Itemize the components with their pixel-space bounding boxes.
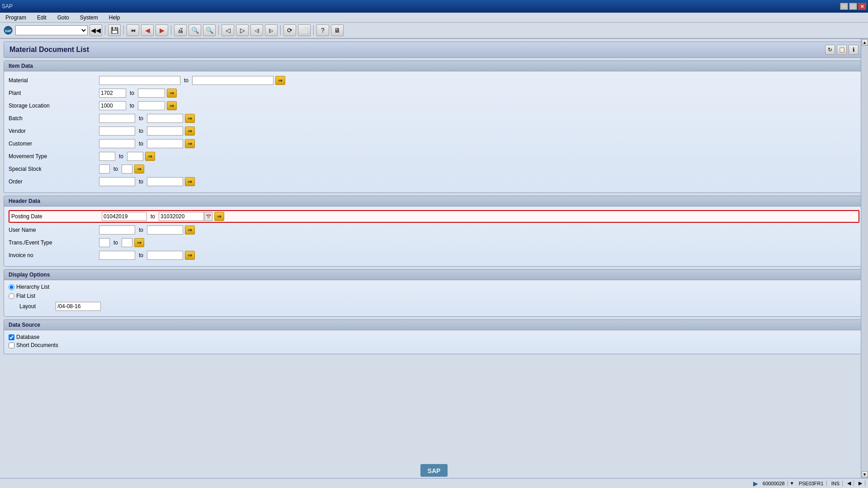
plant-from-input[interactable] (99, 89, 126, 98)
workstation-button[interactable]: 🖥 (331, 24, 344, 36)
calendar-icon[interactable]: 📅 (204, 212, 212, 221)
data-source-section: Data Source Database Short Documents (4, 319, 864, 354)
order-from-input[interactable] (99, 177, 135, 186)
header-data-header: Header Data (4, 196, 864, 206)
next-step-button[interactable]: |▷ (265, 24, 278, 36)
batch-to-label: to (139, 115, 143, 122)
scrollbar[interactable]: ▲ ▼ (861, 39, 868, 478)
storage-location-from-input[interactable] (99, 101, 126, 110)
invoice-no-to-label: to (139, 252, 143, 258)
refresh-button[interactable]: ⟳ (283, 24, 296, 36)
trans-event-type-row: Trans./Event Type to ⇒ (9, 237, 859, 248)
movement-type-arrow-btn[interactable]: ⇒ (145, 152, 155, 161)
session-dropdown-icon[interactable]: ▼ (790, 481, 794, 486)
database-checkbox[interactable] (9, 334, 14, 340)
movement-type-from-input[interactable] (99, 152, 115, 161)
posting-date-to-input[interactable] (159, 212, 204, 221)
invoice-no-from-input[interactable] (99, 251, 135, 260)
special-stock-to-input[interactable] (122, 164, 132, 174)
info-icon[interactable]: ℹ (849, 45, 859, 55)
minimize-button[interactable]: ─ (840, 3, 848, 10)
hierarchy-list-label[interactable]: Hierarchy List (16, 284, 49, 290)
movement-type-to-input[interactable] (127, 152, 143, 161)
vendor-from-input[interactable] (99, 127, 135, 136)
invoice-no-to-input[interactable] (147, 251, 183, 260)
order-arrow-btn[interactable]: ⇒ (185, 177, 195, 186)
nav-back-button[interactable]: ◀◀ (90, 24, 102, 36)
storage-location-to-input[interactable] (138, 101, 165, 110)
storage-location-to-label: to (130, 103, 134, 109)
hierarchy-list-radio[interactable] (9, 284, 14, 290)
find-button[interactable]: 🔍 (189, 24, 201, 36)
layout-button[interactable]: ⬜ (298, 24, 311, 36)
short-documents-label[interactable]: Short Documents (16, 342, 58, 348)
batch-arrow-btn[interactable]: ⇒ (185, 114, 195, 123)
display-options-content: Hierarchy List Flat List Layout (4, 280, 864, 316)
menu-program[interactable]: Program (4, 14, 28, 22)
menu-goto[interactable]: Goto (56, 14, 71, 22)
storage-location-arrow-btn[interactable]: ⇒ (167, 101, 177, 110)
material-arrow-btn[interactable]: ⇒ (275, 76, 285, 85)
help-button[interactable]: ? (316, 24, 329, 36)
user-name-arrow-btn[interactable]: ⇒ (185, 225, 195, 235)
short-documents-checkbox[interactable] (9, 343, 14, 348)
session-id: 60000028 (760, 481, 788, 486)
separator-1 (105, 25, 105, 35)
posting-date-arrow-btn[interactable]: ⇒ (214, 212, 224, 221)
prev-step-button[interactable]: ◁| (250, 24, 263, 36)
layout-input[interactable] (56, 302, 101, 311)
user-name-from-input[interactable] (99, 225, 135, 235)
first-page-button[interactable]: ⏮ (127, 24, 139, 36)
customer-from-input[interactable] (99, 139, 135, 148)
flat-list-label[interactable]: Flat List (16, 293, 35, 299)
copy-icon[interactable]: 📋 (837, 45, 847, 55)
refresh-page-icon[interactable]: ↻ (825, 45, 835, 55)
user-name-label: User Name (9, 227, 99, 233)
svg-text:SAP: SAP (5, 29, 12, 33)
next-button[interactable]: ▶ (156, 24, 168, 36)
back-button[interactable]: ◁ (222, 24, 234, 36)
menu-system[interactable]: System (78, 14, 100, 22)
flat-list-row: Flat List (9, 293, 859, 299)
customer-label: Customer (9, 141, 99, 147)
material-to-input[interactable] (192, 76, 274, 85)
command-field[interactable] (15, 25, 88, 35)
customer-arrow-btn[interactable]: ⇒ (185, 139, 195, 148)
special-stock-arrow-btn[interactable]: ⇒ (134, 164, 144, 174)
movement-type-to-label: to (119, 153, 123, 160)
trans-event-type-from-input[interactable] (99, 238, 110, 247)
prev-button[interactable]: ◀ (141, 24, 154, 36)
user-name-to-input[interactable] (147, 225, 183, 235)
vendor-to-input[interactable] (147, 127, 183, 136)
batch-to-input[interactable] (147, 114, 183, 123)
trans-event-type-to-label: to (113, 239, 118, 246)
batch-from-input[interactable] (99, 114, 135, 123)
trans-event-type-arrow-btn[interactable]: ⇒ (134, 238, 144, 247)
invoice-no-arrow-btn[interactable]: ⇒ (185, 251, 195, 260)
svg-text:SAP: SAP (428, 467, 441, 474)
forward-button[interactable]: ▷ (236, 24, 249, 36)
plant-to-input[interactable] (138, 89, 165, 98)
plant-arrow-btn[interactable]: ⇒ (167, 89, 177, 98)
posting-date-from-input[interactable] (102, 212, 147, 221)
menu-help[interactable]: Help (107, 14, 122, 22)
storage-location-label: Storage Location (9, 103, 99, 109)
maximize-button[interactable]: □ (849, 3, 857, 10)
status-bar: ▶ 60000028 ▼ PSE03FR1 INS ◀ ▶ (0, 478, 868, 488)
material-from-input[interactable] (99, 76, 180, 85)
close-button[interactable]: ✕ (858, 3, 866, 10)
database-label[interactable]: Database (16, 334, 39, 340)
flat-list-radio[interactable] (9, 293, 14, 299)
vendor-arrow-btn[interactable]: ⇒ (185, 127, 195, 136)
separator-3 (171, 25, 171, 35)
scroll-down-arrow[interactable]: ▼ (862, 471, 868, 478)
print-button[interactable]: 🖨 (174, 24, 187, 36)
menu-edit[interactable]: Edit (35, 14, 48, 22)
save-button[interactable]: 💾 (108, 24, 121, 36)
scroll-up-arrow[interactable]: ▲ (862, 39, 868, 46)
customer-to-input[interactable] (147, 139, 183, 148)
find-next-button[interactable]: 🔍 (203, 24, 216, 36)
order-to-input[interactable] (147, 177, 183, 186)
trans-event-type-to-input[interactable] (122, 238, 132, 247)
special-stock-from-input[interactable] (99, 164, 110, 174)
